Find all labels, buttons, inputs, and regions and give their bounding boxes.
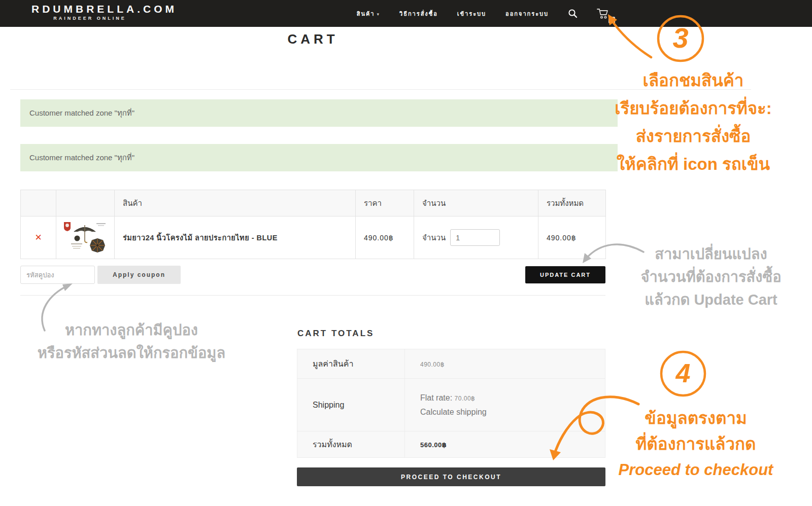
cart-count-badge: 1 <box>608 17 615 23</box>
menu-item-logout[interactable]: ออกจากระบบ <box>505 9 549 18</box>
header-product: สินค้า <box>115 190 356 216</box>
main-menu: สินค้า▾ วิธีการสั่งซื้อ เข้าระบบ ออกจากร… <box>357 0 610 27</box>
shipping-row: Shipping Flat rate: 70.00฿ Calculate shi… <box>297 379 605 431</box>
subtotal-row: มูลค่าสินค้า 490.00฿ <box>297 349 605 379</box>
arrow-to-coupon-input <box>42 285 69 331</box>
product-image[interactable] <box>56 216 115 259</box>
apply-coupon-button[interactable]: Apply coupon <box>97 266 181 284</box>
umbrella-product-thumbnail <box>59 219 112 255</box>
logo-subtitle: RAINDEER ONLINE <box>31 15 148 22</box>
item-price: 490.00฿ <box>364 234 394 242</box>
woocommerce-notice: Customer matched zone "ทุกที่" <box>20 99 618 127</box>
cart-icon[interactable]: 1 <box>597 8 610 19</box>
cart-table-header-row: สินค้า ราคา จำนวน รวมทั้งหมด <box>21 190 606 216</box>
proceed-to-checkout-button[interactable]: PROCEED TO CHECKOUT <box>297 467 605 486</box>
subtotal-value: 490.00฿ <box>420 361 445 368</box>
woocommerce-notice: Customer matched zone "ทุกที่" <box>20 144 618 171</box>
coupon-code-input[interactable] <box>20 266 95 284</box>
subtotal-label: มูลค่าสินค้า <box>297 349 405 379</box>
chevron-down-icon: ▾ <box>377 12 380 17</box>
step4-number: 4 <box>663 358 703 388</box>
remove-item-icon[interactable]: ✕ <box>35 232 42 243</box>
site-logo[interactable]: RDUMBRELLA.COM RAINDEER ONLINE <box>31 3 148 22</box>
divider <box>10 89 751 90</box>
search-icon[interactable] <box>568 9 578 18</box>
calculate-shipping-link[interactable]: Calculate shipping <box>420 408 605 417</box>
flat-rate-label: Flat rate: <box>420 393 452 402</box>
top-navbar: RDUMBRELLA.COM RAINDEER ONLINE สินค้า▾ ว… <box>0 0 812 27</box>
cart-items-table: สินค้า ราคา จำนวน รวมทั้งหมด ✕ <box>20 190 606 259</box>
menu-item-products[interactable]: สินค้า▾ <box>357 9 380 18</box>
coupon-note: หากทางลูกค้ามีคูปอง หรือรหัสส่วนลดให้กรอ… <box>4 319 259 365</box>
menu-item-login[interactable]: เข้าระบบ <box>457 9 486 18</box>
cart-totals-title: CART TOTALS <box>297 329 374 339</box>
product-name-link[interactable]: ร่มยาว24 นิ้วโครงไม้ ลายประกายไทย - BLUE <box>123 234 278 242</box>
item-total: 490.00฿ <box>547 234 577 242</box>
quantity-label: จำนวน <box>422 233 446 242</box>
update-cart-note: สามาเปลี่ยนแปลง จำนวนที่ต้องการสั่งซื้อ … <box>612 243 810 311</box>
step4-circle <box>661 352 705 395</box>
grand-total-row: รวมทั้งหมด 560.00฿ <box>297 431 605 458</box>
shipping-label: Shipping <box>297 379 405 431</box>
cart-totals-table: มูลค่าสินค้า 490.00฿ Shipping Flat rate:… <box>297 349 605 458</box>
header-price: ราคา <box>356 190 414 216</box>
page-title: CART <box>20 31 605 47</box>
divider <box>20 295 605 296</box>
flat-rate-value: 70.00฿ <box>455 395 476 402</box>
menu-item-how-to-order[interactable]: วิธีการสั่งซื้อ <box>399 9 438 18</box>
update-cart-button[interactable]: UPDATE CART <box>525 266 605 283</box>
step4-note: ข้อมูลตรงตาม ที่ต้องการแล้วกด Proceed to… <box>584 405 808 483</box>
logo-title: RDUMBRELLA.COM <box>31 3 148 15</box>
grand-total-label: รวมทั้งหมด <box>297 431 405 458</box>
header-thumbnail <box>56 190 115 216</box>
cart-page: RDUMBRELLA.COM RAINDEER ONLINE สินค้า▾ ว… <box>0 0 812 506</box>
grand-total-value: 560.00฿ <box>420 441 447 449</box>
header-remove <box>21 190 56 216</box>
cart-item-row: ✕ <box>21 216 606 259</box>
quantity-input[interactable] <box>450 229 500 246</box>
header-total: รวมทั้งหมด <box>538 190 606 216</box>
header-quantity: จำนวน <box>414 190 538 216</box>
